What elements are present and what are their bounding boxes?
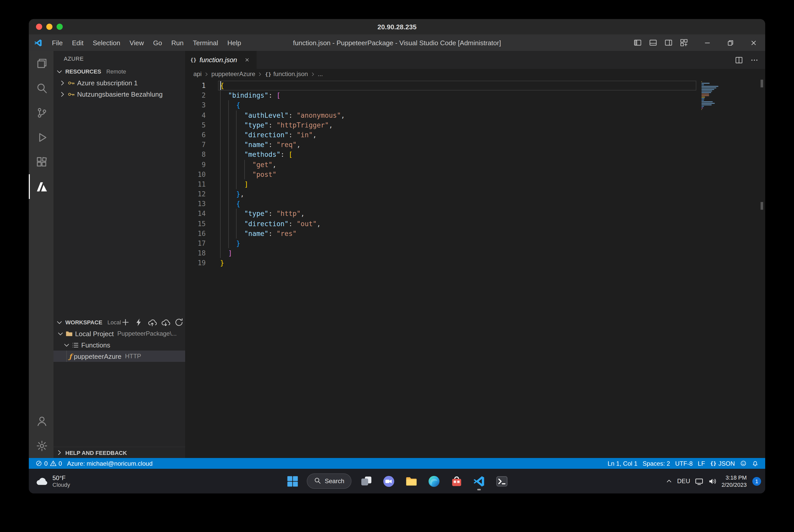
code-line-10[interactable]: 10 "post" [185, 169, 758, 179]
breadcrumb-item-puppeteerazure[interactable]: puppeteerAzure [211, 71, 255, 78]
taskbar-edge[interactable] [424, 471, 444, 491]
menu-selection[interactable]: Selection [88, 35, 125, 51]
code-line-6[interactable]: 6 "direction": "in", [185, 130, 758, 140]
menu-view[interactable]: View [125, 35, 149, 51]
create-function-button[interactable] [134, 318, 144, 327]
screen: 20.90.28.235 FileEditSelectionViewGoRunT… [0, 0, 794, 532]
cast-icon[interactable] [695, 477, 703, 486]
line-number: 19 [185, 258, 206, 268]
taskbar-task-view[interactable] [356, 471, 376, 491]
encoding[interactable]: UTF-8 [672, 458, 695, 469]
code-line-14[interactable]: 14 "type": "http", [185, 209, 758, 219]
tree-item-puppeteerazure[interactable]: ƒpuppeteerAzureHTTP [54, 350, 185, 362]
activity-extensions[interactable] [29, 150, 54, 174]
layout-sidebar-right-icon[interactable] [662, 37, 675, 49]
code-line-8[interactable]: 8 "methods": [ [185, 150, 758, 159]
volume-icon[interactable] [708, 477, 717, 486]
indent-guide [228, 110, 228, 120]
line-number: 17 [185, 239, 206, 248]
layout-panel-icon[interactable] [646, 37, 660, 49]
deploy-button[interactable] [148, 318, 157, 327]
activity-search[interactable] [29, 76, 54, 100]
restore-button[interactable] [719, 35, 742, 51]
activity-source-control[interactable] [29, 100, 54, 125]
activity-explorer[interactable] [29, 51, 54, 76]
menu-edit[interactable]: Edit [67, 35, 88, 51]
activity-accounts[interactable] [29, 408, 54, 433]
notifications-button[interactable] [749, 458, 761, 469]
code-line-4[interactable]: 4 "authLevel": "anonymous", [185, 110, 758, 120]
code-line-13[interactable]: 13 { [185, 199, 758, 209]
code-line-12[interactable]: 12 }, [185, 189, 758, 199]
code-line-9[interactable]: 9 "get", [185, 159, 758, 169]
problems-indicator[interactable]: 0 0 [33, 458, 64, 469]
resources-section-header[interactable]: RESOURCES Remote [54, 66, 185, 77]
eol-indicator[interactable]: LF [695, 458, 707, 469]
breadcrumb-item-function-json[interactable]: {}function.json [265, 71, 308, 78]
taskbar-chat[interactable] [378, 471, 399, 491]
code-line-16[interactable]: 16 "name": "res" [185, 229, 758, 239]
refresh-button[interactable] [174, 318, 184, 327]
code-line-19[interactable]: 19} [185, 258, 758, 268]
cursor-position[interactable]: Ln 1, Col 1 [605, 458, 640, 469]
code-line-3[interactable]: 3 { [185, 100, 758, 110]
minimap[interactable] [701, 81, 758, 111]
taskbar-tray: DEU 3:18 PM 2/20/2023 1 [665, 474, 761, 488]
mac-zoom-button[interactable] [57, 24, 63, 30]
menu-terminal[interactable]: Terminal [188, 35, 223, 51]
mac-minimize-button[interactable] [46, 24, 53, 30]
tree-item-functions[interactable]: Functions [54, 339, 185, 350]
code-line-7[interactable]: 7 "name": "req", [185, 140, 758, 150]
minimap-line [701, 94, 709, 95]
feedback-button[interactable] [737, 458, 749, 469]
code-line-1[interactable]: 1{ [185, 81, 758, 91]
taskbar-file-explorer[interactable] [401, 471, 421, 491]
notification-count-badge[interactable]: 1 [752, 477, 761, 486]
menu-help[interactable]: Help [223, 35, 246, 51]
code-line-11[interactable]: 11 ] [185, 179, 758, 189]
code-editor[interactable]: 1{2 "bindings": [3 {4 "authLevel": "anon… [185, 79, 758, 458]
breadcrumb-item-more[interactable]: ... [318, 71, 323, 78]
tree-item-local-project[interactable]: Local ProjectPuppeteerPackage\... [54, 328, 185, 339]
taskbar-start[interactable] [282, 471, 303, 491]
split-editor-button[interactable] [734, 55, 744, 64]
code-line-15[interactable]: 15 "direction": "out", [185, 219, 758, 228]
activity-azure[interactable] [29, 174, 54, 199]
taskbar-terminal[interactable] [491, 471, 512, 491]
minimize-button[interactable] [696, 35, 719, 51]
indentation[interactable]: Spaces: 2 [640, 458, 672, 469]
code-line-17[interactable]: 17 } [185, 239, 758, 248]
code-line-18[interactable]: 18 ] [185, 248, 758, 258]
tree-item-nutzungsbasierte-bezahlung[interactable]: Nutzungsbasierte Bezahlung [54, 89, 185, 100]
tree-item-azure-subscription-1[interactable]: Azure subscription 1 [54, 77, 185, 89]
clock[interactable]: 3:18 PM 2/20/2023 [721, 474, 747, 488]
language-mode[interactable]: {} JSON [707, 458, 737, 469]
workspace-section-header[interactable]: WORKSPACE Local [54, 317, 185, 328]
layout-sidebar-left-icon[interactable] [631, 37, 644, 49]
menu-run[interactable]: Run [167, 35, 188, 51]
close-button[interactable] [742, 35, 765, 51]
create-function-app-button[interactable] [121, 318, 130, 327]
taskbar-vscode[interactable] [469, 471, 489, 491]
help-feedback-section-header[interactable]: HELP AND FEEDBACK [54, 447, 185, 458]
tab-function-json[interactable]: {} function.json [185, 51, 257, 69]
activity-manage[interactable] [29, 433, 54, 458]
mac-close-button[interactable] [36, 24, 42, 30]
activity-run-and-debug[interactable] [29, 125, 54, 150]
weather-widget[interactable]: 50°F Cloudy [35, 474, 70, 488]
taskbar-store[interactable] [446, 471, 467, 491]
breadcrumb-item-api[interactable]: api [193, 71, 202, 78]
download-remote-settings-button[interactable] [161, 318, 170, 327]
layout-customize-icon[interactable] [677, 37, 691, 49]
language-indicator[interactable]: DEU [677, 477, 690, 485]
code-line-2[interactable]: 2 "bindings": [ [185, 91, 758, 100]
more-actions-button[interactable] [750, 55, 759, 64]
taskbar-search[interactable]: Search [307, 473, 351, 489]
tray-overflow-button[interactable] [665, 477, 672, 485]
menu-file[interactable]: File [47, 35, 67, 51]
tab-close-icon[interactable] [242, 55, 252, 64]
code-line-5[interactable]: 5 "type": "httpTrigger", [185, 120, 758, 130]
menu-go[interactable]: Go [149, 35, 167, 51]
azure-account-status[interactable]: Azure: michael@noricum.cloud [64, 458, 155, 469]
indent-guide [228, 179, 228, 189]
